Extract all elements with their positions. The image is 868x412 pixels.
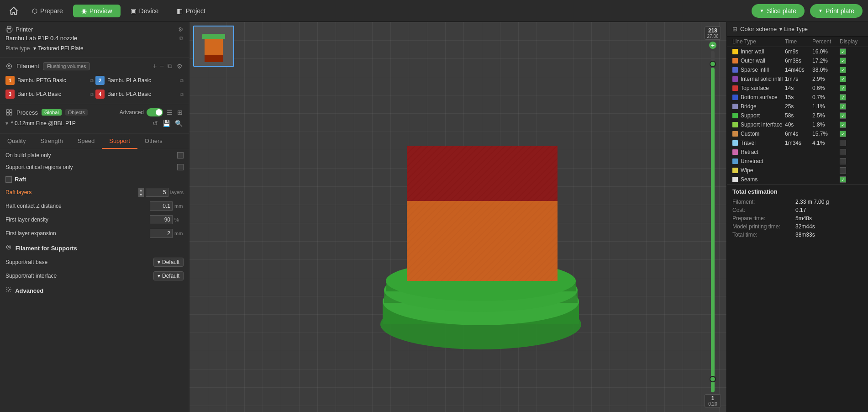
filament-edit-1[interactable]: ⧉ xyxy=(90,78,94,84)
printer-gear-icon[interactable]: ⚙ xyxy=(178,26,184,33)
raft-checkbox[interactable] xyxy=(5,176,12,183)
lt-check-9[interactable]: ✓ xyxy=(840,131,846,137)
slider-track[interactable] xyxy=(711,51,715,392)
lt-check-4[interactable]: ✓ xyxy=(840,85,846,91)
lt-row-13: Wipe xyxy=(727,166,868,175)
lt-name-4: Top surface xyxy=(732,85,785,91)
right-panel: ⊞ Color scheme ▾ Line Type Line Type Tim… xyxy=(726,22,868,412)
home-button[interactable] xyxy=(5,3,22,19)
tab-strength[interactable]: Strength xyxy=(33,134,70,149)
filament-edit-4[interactable]: ⧉ xyxy=(180,91,184,97)
add-filament-button[interactable]: + xyxy=(153,61,157,71)
thumb-model xyxy=(200,30,227,62)
lt-check-3[interactable]: ✓ xyxy=(840,76,846,82)
lt-row-1: Outer wall6m38s17.2%✓ xyxy=(727,56,868,65)
raft-contact-row: Raft contact Z distance mm xyxy=(0,199,189,213)
tab-device[interactable]: ▣ Device xyxy=(122,5,167,17)
lt-check-6[interactable]: ✓ xyxy=(840,103,846,110)
lt-name-1: Outer wall xyxy=(732,58,785,64)
lt-time-0: 6m9s xyxy=(785,48,812,55)
lt-check-13[interactable] xyxy=(840,167,846,174)
svg-point-8 xyxy=(6,245,11,249)
slider-thumb-top[interactable] xyxy=(710,61,716,67)
lt-name-5: Bottom surface xyxy=(732,94,785,100)
plate-value[interactable]: ▾ Textured PEI Plate xyxy=(33,45,83,52)
filament-settings-icon[interactable]: ⚙ xyxy=(176,61,184,71)
total-label-3: Model printing time: xyxy=(732,223,792,230)
total-row-0: Filament:2.33 m 7.00 g xyxy=(732,198,863,206)
support-raft-base-dropdown[interactable]: ▾ Default xyxy=(153,258,184,267)
lt-pct-8: 1.8% xyxy=(812,121,840,128)
process-grid-icon[interactable]: ⊞ xyxy=(176,108,184,117)
tab-prepare[interactable]: ⬡ Prepare xyxy=(24,5,71,17)
lt-row-9: Custom6m4s15.7%✓ xyxy=(727,129,868,138)
svg-rect-24 xyxy=(407,146,558,201)
lt-check-2[interactable]: ✓ xyxy=(840,67,846,73)
lt-check-10[interactable] xyxy=(840,140,846,146)
tab-support[interactable]: Support xyxy=(102,134,137,149)
tab-others[interactable]: Others xyxy=(137,134,170,149)
process-expand-arrow[interactable]: ▾ xyxy=(5,120,8,127)
filament-icon xyxy=(5,63,13,70)
process-list-icon[interactable]: ☰ xyxy=(166,108,174,117)
lt-name-6: Bridge xyxy=(732,103,785,110)
raft-layers-down[interactable]: ▼ xyxy=(138,192,144,197)
lt-check-1[interactable]: ✓ xyxy=(840,58,846,64)
support-critical-checkbox[interactable] xyxy=(177,164,184,170)
tab-speed[interactable]: Speed xyxy=(70,134,102,149)
first-layer-expansion-input[interactable] xyxy=(150,229,173,238)
color-scheme-dropdown[interactable]: ▾ Line Type xyxy=(779,26,808,32)
support-raft-interface-dropdown[interactable]: ▾ Default xyxy=(153,271,184,280)
cs-dropdown-arrow: ▾ xyxy=(779,26,782,32)
lt-pct-1: 17.2% xyxy=(812,58,840,64)
first-layer-density-input[interactable] xyxy=(150,215,173,224)
total-value-1: 0.17 xyxy=(795,207,806,213)
svg-rect-27 xyxy=(407,201,558,281)
lt-check-11[interactable] xyxy=(840,149,846,155)
support-raft-interface-row: Support/raft interface ▾ Default xyxy=(0,269,189,283)
raft-contact-input[interactable] xyxy=(150,201,173,211)
lt-name-text-10: Travel xyxy=(741,140,756,146)
lt-name-text-12: Unretract xyxy=(741,158,763,164)
lt-color-11 xyxy=(732,149,738,155)
raft-header: Raft xyxy=(0,173,189,185)
tab-quality[interactable]: Quality xyxy=(0,134,33,149)
lt-check-8[interactable]: ✓ xyxy=(840,121,846,128)
process-objects-tag[interactable]: Objects xyxy=(65,109,88,116)
flushing-volumes-button[interactable]: Flushing volumes xyxy=(43,62,90,70)
first-layer-expansion-label: First layer expansion xyxy=(5,230,146,237)
slider-add-button[interactable]: + xyxy=(709,42,716,49)
raft-layers-input-group: ▲ ▼ layers xyxy=(138,188,184,197)
thumbnail-1[interactable] xyxy=(193,26,234,67)
process-search-icon[interactable]: 🔍 xyxy=(174,119,184,128)
process-reset-icon[interactable]: ↺ xyxy=(152,119,159,128)
tab-project[interactable]: ◧ Project xyxy=(168,5,214,17)
raft-layers-input[interactable] xyxy=(146,188,168,197)
slice-plate-button[interactable]: ▼ Slice plate xyxy=(752,4,805,18)
print-plate-button[interactable]: ▼ Print plate xyxy=(810,4,863,18)
remove-filament-button[interactable]: − xyxy=(160,61,164,71)
model-area xyxy=(235,45,726,412)
slider-thumb-bottom[interactable] xyxy=(710,376,716,382)
first-layer-density-label: First layer density xyxy=(5,217,146,223)
raft-layers-up[interactable]: ▲ xyxy=(138,188,144,192)
lt-check-7[interactable]: ✓ xyxy=(840,112,846,119)
filament-edit-3[interactable]: ⧉ xyxy=(90,91,94,97)
lt-check-0[interactable]: ✓ xyxy=(840,48,846,55)
process-save-icon[interactable]: 💾 xyxy=(162,119,171,128)
lt-check-12[interactable] xyxy=(840,158,846,164)
tab-preview[interactable]: ◉ Preview xyxy=(73,5,121,17)
lt-check-5[interactable]: ✓ xyxy=(840,94,846,100)
filament-edit-2[interactable]: ⧉ xyxy=(180,78,184,84)
filament-copy-icon[interactable]: ⧉ xyxy=(167,61,173,71)
advanced-toggle[interactable] xyxy=(147,108,163,116)
process-global-tag[interactable]: Global xyxy=(42,109,62,116)
lt-check-14[interactable]: ✓ xyxy=(840,176,846,183)
raft-contact-unit: mm xyxy=(174,203,184,209)
lt-row-2: Sparse infill14m40s38.0%✓ xyxy=(727,65,868,74)
svg-point-10 xyxy=(8,289,10,291)
support-raft-base-row: Support/raft base ▾ Default xyxy=(0,255,189,269)
lt-name-12: Unretract xyxy=(732,158,785,164)
on-build-plate-checkbox[interactable] xyxy=(177,152,184,158)
printer-edit-icon[interactable]: ⧉ xyxy=(179,35,184,42)
